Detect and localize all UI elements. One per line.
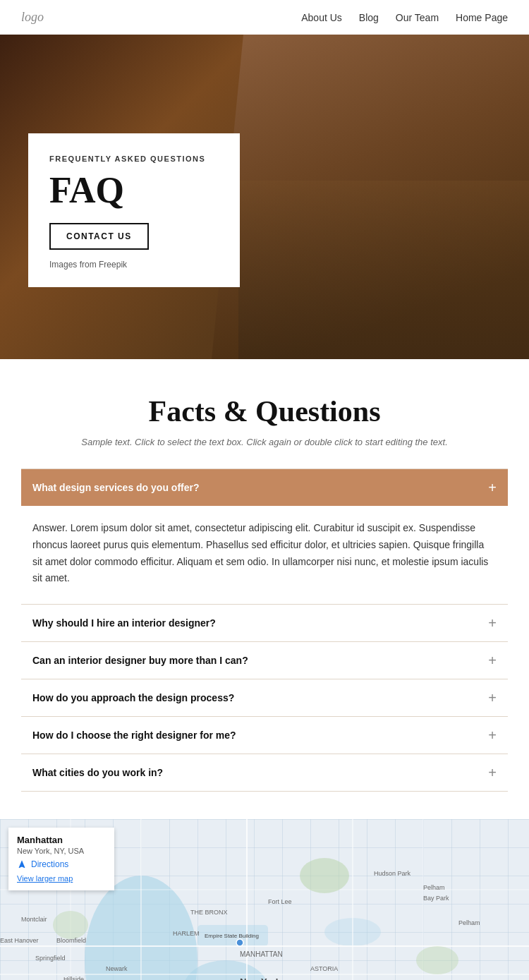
faq-item-4: How do I choose the right designer for m…: [21, 716, 508, 754]
faq-item-1: Why should I hire an interior designer? …: [21, 604, 508, 642]
navigation: logo About Us Blog Our Team Home Page: [0, 0, 529, 35]
faq-question-5: What cities do you work in?: [32, 767, 163, 778]
faq-section: Facts & Questions Sample text. Click to …: [0, 359, 529, 819]
faq-heading: Facts & Questions: [21, 394, 508, 428]
faq-item-header-3[interactable]: How do you approach the design process? …: [21, 679, 508, 716]
hero-section: FREQUENTLY ASKED QUESTIONS FAQ CONTACT U…: [0, 35, 529, 359]
faq-plus-icon-3: +: [488, 691, 497, 705]
faq-item-header-4[interactable]: How do I choose the right designer for m…: [21, 717, 508, 754]
contact-us-button[interactable]: CONTACT US: [49, 223, 149, 250]
faq-item-5: What cities do you work in? +: [21, 754, 508, 792]
nav-home[interactable]: Home Page: [456, 12, 508, 23]
logo: logo: [21, 10, 44, 25]
map-location-address: New York, NY, USA: [17, 847, 106, 855]
faq-plus-icon-0: +: [488, 480, 497, 495]
faq-plus-icon-5: +: [488, 766, 497, 780]
hero-subtitle: FREQUENTLY ASKED QUESTIONS: [49, 155, 219, 163]
faq-item-header-2[interactable]: Can an interior designer buy more than I…: [21, 642, 508, 679]
faq-question-4: How do I choose the right designer for m…: [32, 730, 236, 741]
faq-question-2: Can an interior designer buy more than I…: [32, 655, 248, 666]
view-larger-map-link[interactable]: View larger map: [17, 874, 73, 883]
image-credit-prefix: Images from: [49, 260, 99, 270]
faq-item-header-0[interactable]: What design services do you offer? +: [21, 469, 508, 506]
hero-card: FREQUENTLY ASKED QUESTIONS FAQ CONTACT U…: [28, 133, 240, 287]
map-section: Manhattan New York, NY, USA Directions V…: [0, 819, 529, 980]
faq-question-0: What design services do you offer?: [32, 482, 200, 493]
faq-item-header-5[interactable]: What cities do you work in? +: [21, 754, 508, 791]
directions-label[interactable]: Directions: [31, 859, 68, 869]
faq-item-3: How do you approach the design process? …: [21, 679, 508, 717]
faq-question-3: How do you approach the design process?: [32, 692, 234, 703]
image-credit: Images from Freepik: [49, 260, 219, 270]
faq-item-0: What design services do you offer? + Ans…: [21, 468, 508, 605]
faq-plus-icon-2: +: [488, 653, 497, 667]
freepik-link[interactable]: Freepik: [99, 260, 127, 270]
faq-question-1: Why should I hire an interior designer?: [32, 617, 216, 629]
nav-blog[interactable]: Blog: [359, 12, 379, 23]
map-directions-row: Directions: [17, 859, 106, 869]
faq-plus-icon-4: +: [488, 728, 497, 742]
nav-about[interactable]: About Us: [301, 12, 342, 23]
map-placeholder: Manhattan New York, NY, USA Directions V…: [0, 819, 529, 980]
faq-subtext: Sample text. Click to select the text bo…: [21, 437, 508, 447]
map-info-box: Manhattan New York, NY, USA Directions V…: [8, 828, 114, 890]
nav-links: About Us Blog Our Team Home Page: [301, 12, 508, 23]
directions-icon: [17, 859, 27, 869]
faq-item-header-1[interactable]: Why should I hire an interior designer? …: [21, 605, 508, 641]
faq-item-2: Can an interior designer buy more than I…: [21, 641, 508, 679]
faq-plus-icon-1: +: [488, 616, 497, 630]
faq-answer-0: Answer. Lorem ipsum dolor sit amet, cons…: [21, 506, 508, 604]
map-location-name: Manhattan: [17, 835, 106, 845]
nav-team[interactable]: Our Team: [396, 12, 439, 23]
hero-title: FAQ: [49, 170, 219, 210]
